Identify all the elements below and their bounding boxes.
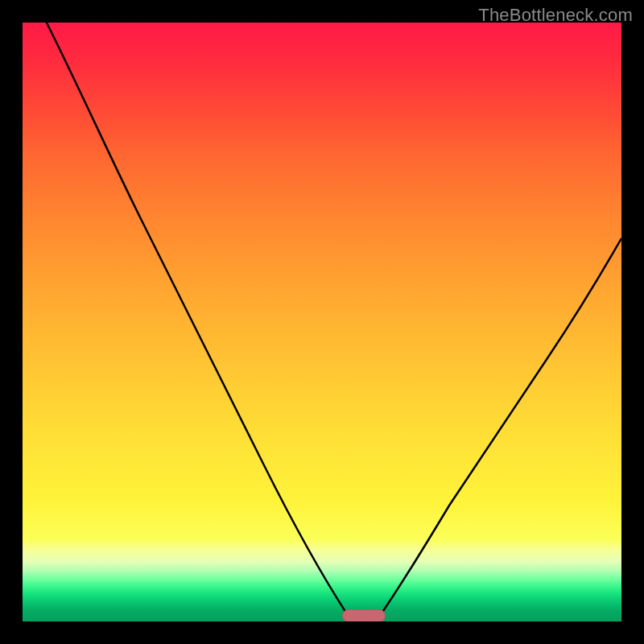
right-curve	[376, 238, 621, 621]
plot-area	[23, 23, 621, 621]
bottleneck-marker	[342, 609, 386, 621]
left-curve	[47, 23, 352, 621]
curve-layer	[23, 23, 621, 621]
watermark-text: TheBottleneck.com	[478, 5, 633, 26]
chart-frame: TheBottleneck.com	[0, 0, 644, 644]
